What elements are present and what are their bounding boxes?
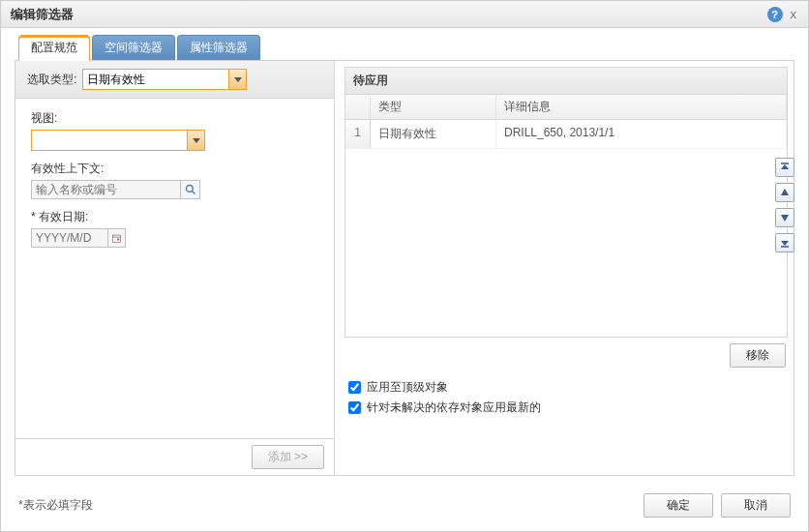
ok-button[interactable]: 确定 xyxy=(644,493,713,517)
title-bar: 编辑筛选器 ? x xyxy=(1,1,808,28)
move-down-button[interactable] xyxy=(775,208,794,227)
pending-header: 类型 详细信息 xyxy=(345,95,787,120)
date-label: * 有效日期: xyxy=(31,209,318,225)
dialog-body: 选取类型: 视图: 有效性上下文: xyxy=(15,60,794,476)
context-field: 有效性上下文: xyxy=(31,161,318,199)
svg-marker-6 xyxy=(781,164,789,169)
check-unresolved[interactable]: 针对未解决的依存对象应用最新的 xyxy=(348,399,784,416)
tab-config[interactable]: 配置规范 xyxy=(18,35,90,61)
close-icon[interactable]: x xyxy=(789,7,799,21)
view-select-value[interactable] xyxy=(31,130,205,151)
search-button[interactable] xyxy=(181,180,200,199)
view-label: 视图: xyxy=(31,110,318,127)
check-top-level[interactable]: 应用至顶级对象 xyxy=(348,379,784,396)
svg-point-0 xyxy=(186,186,193,192)
svg-rect-2 xyxy=(112,235,120,243)
remove-button[interactable]: 移除 xyxy=(730,343,786,368)
pending-body: 1日期有效性DRILL_650, 2013/1/1 xyxy=(345,120,787,337)
move-bottom-button[interactable] xyxy=(775,233,794,252)
col-type: 类型 xyxy=(371,95,496,119)
type-label: 选取类型: xyxy=(27,72,76,88)
svg-marker-8 xyxy=(781,215,789,222)
date-input[interactable] xyxy=(31,228,108,248)
svg-rect-4 xyxy=(117,238,119,240)
add-bar: 添加 >> xyxy=(15,438,334,475)
dialog-container: 编辑筛选器 ? x 配置规范 空间筛选器 属性筛选器 选取类型: 视图: xyxy=(0,0,809,532)
table-row[interactable]: 1日期有效性DRILL_650, 2013/1/1 xyxy=(345,120,787,149)
search-icon xyxy=(185,184,196,195)
date-field: * 有效日期: xyxy=(31,209,318,248)
reorder-buttons xyxy=(775,158,794,252)
calendar-icon xyxy=(111,233,122,244)
move-top-button[interactable] xyxy=(775,158,794,177)
row-detail: DRILL_650, 2013/1/1 xyxy=(496,120,787,148)
check-unresolved-label: 针对未解决的依存对象应用最新的 xyxy=(367,399,541,416)
right-pane: 待应用 类型 详细信息 1日期有效性DRILL_650, 2013/1/1 移除… xyxy=(335,61,794,475)
move-up-button[interactable] xyxy=(775,183,794,202)
cancel-button[interactable]: 取消 xyxy=(721,493,791,517)
check-top-level-box[interactable] xyxy=(348,381,361,394)
tab-bar: 配置规范 空间筛选器 属性筛选器 xyxy=(1,28,808,60)
type-select[interactable] xyxy=(82,69,247,90)
context-label: 有效性上下文: xyxy=(31,161,318,177)
view-select[interactable] xyxy=(31,130,205,151)
pending-table: 待应用 类型 详细信息 1日期有效性DRILL_650, 2013/1/1 xyxy=(345,67,788,338)
checks: 应用至顶级对象 针对未解决的依存对象应用最新的 xyxy=(345,377,788,424)
svg-marker-9 xyxy=(781,241,789,246)
required-note: *表示必填字段 xyxy=(18,497,636,514)
view-field: 视图: xyxy=(31,110,318,151)
pending-title: 待应用 xyxy=(345,68,787,95)
arrow-top-icon xyxy=(780,163,790,172)
help-icon[interactable]: ? xyxy=(767,7,783,22)
col-index xyxy=(345,95,371,119)
arrow-bottom-icon xyxy=(780,238,790,248)
calendar-button[interactable] xyxy=(108,228,126,248)
type-select-value[interactable] xyxy=(82,69,247,90)
tab-attribute[interactable]: 属性筛选器 xyxy=(177,35,260,61)
dialog-title: 编辑筛选器 xyxy=(11,6,767,23)
form-area: 视图: 有效性上下文: * 有效日期 xyxy=(15,99,334,438)
row-index: 1 xyxy=(345,120,371,148)
context-input[interactable] xyxy=(31,180,181,199)
left-pane: 选取类型: 视图: 有效性上下文: xyxy=(15,61,335,475)
arrow-up-icon xyxy=(780,188,790,197)
check-unresolved-box[interactable] xyxy=(348,401,361,414)
row-type: 日期有效性 xyxy=(371,120,496,148)
add-button[interactable]: 添加 >> xyxy=(252,445,324,469)
svg-marker-7 xyxy=(781,189,789,195)
type-bar: 选取类型: xyxy=(15,61,334,99)
footer: *表示必填字段 确定 取消 xyxy=(1,484,808,531)
check-top-level-label: 应用至顶级对象 xyxy=(367,379,448,396)
remove-bar: 移除 xyxy=(345,338,788,377)
svg-line-1 xyxy=(192,192,195,194)
col-detail: 详细信息 xyxy=(496,95,787,119)
arrow-down-icon xyxy=(780,213,790,222)
tab-spatial[interactable]: 空间筛选器 xyxy=(92,35,175,61)
